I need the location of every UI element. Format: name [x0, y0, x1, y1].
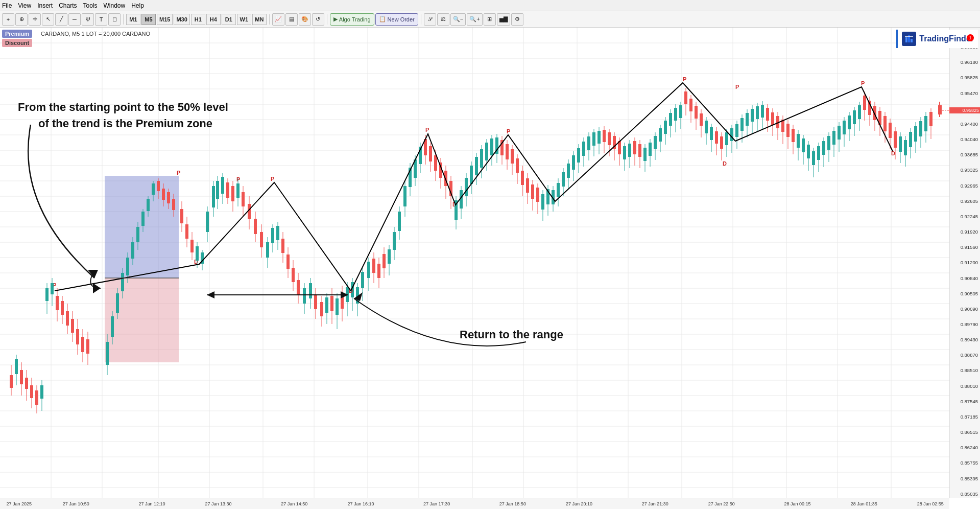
price-15: 0.91200: [951, 260, 979, 265]
separator-1: [123, 14, 124, 25]
menu-help[interactable]: Help: [131, 2, 144, 9]
svg-rect-287: [643, 148, 647, 161]
svg-rect-255: [562, 172, 565, 187]
svg-rect-361: [832, 131, 835, 145]
refresh-btn[interactable]: ↺: [312, 13, 324, 26]
time-7: 27 Jan 18:50: [499, 501, 526, 506]
fib-btn[interactable]: Ψ: [82, 13, 94, 26]
svg-rect-115: [196, 246, 199, 261]
legend-premium[interactable]: Premium: [2, 30, 32, 38]
crosshair-btn[interactable]: ✛: [29, 13, 41, 26]
price-25: 0.87185: [951, 414, 979, 420]
legend-discount[interactable]: Discount: [2, 39, 32, 47]
hline-btn[interactable]: ─: [68, 13, 81, 26]
svg-rect-345: [792, 129, 795, 142]
tf-d1[interactable]: D1: [222, 14, 236, 25]
svg-rect-101: [157, 181, 160, 191]
tf-m15[interactable]: M15: [157, 14, 173, 25]
chart-type-btn[interactable]: ▤: [285, 13, 298, 26]
grid-btn[interactable]: ⊞: [484, 13, 496, 26]
svg-rect-185: [383, 254, 386, 268]
tf-m30[interactable]: M30: [174, 14, 189, 25]
tf-h1[interactable]: H1: [191, 14, 205, 25]
text-btn[interactable]: T: [95, 13, 107, 26]
time-4: 27 Jan 14:50: [281, 501, 307, 506]
svg-rect-303: [684, 91, 687, 104]
svg-rect-153: [297, 280, 300, 294]
logo-icon: [902, 32, 916, 46]
svg-rect-49: [10, 375, 13, 388]
price-11: 0.92605: [951, 198, 979, 204]
chart-title-text: CARDANO, M5 1 LOT = 20,000 CARDANO: [41, 31, 150, 37]
svg-rect-69: [61, 301, 64, 315]
svg-rect-263: [582, 142, 585, 156]
current-price-badge: 0.95825: [949, 107, 980, 113]
svg-rect-159: [314, 295, 317, 309]
price-29: 0.85395: [951, 476, 979, 481]
strategy-btn[interactable]: 𝒮: [424, 13, 436, 26]
svg-rect-321: [730, 128, 733, 141]
svg-rect-105: [167, 192, 170, 203]
price-26: 0.86515: [951, 429, 979, 435]
label-p4: P: [425, 127, 429, 133]
cursor-btn[interactable]: ↖: [42, 13, 54, 26]
zoom-in2-btn[interactable]: 🔍+: [467, 13, 482, 26]
price-18: 0.90090: [951, 306, 979, 312]
svg-rect-79: [86, 339, 89, 354]
tf-mn[interactable]: MN: [252, 14, 267, 25]
svg-rect-87: [121, 273, 124, 291]
zoom-out-btn[interactable]: 🔍−: [450, 13, 466, 26]
svg-rect-177: [361, 272, 364, 288]
toolbar: + ⊕ ✛ ↖ ╱ ─ Ψ T ◻ M1 M5 M15 M30 H1 H4 D1…: [0, 11, 980, 28]
svg-rect-97: [147, 199, 150, 211]
svg-rect-183: [377, 264, 380, 278]
svg-rect-337: [771, 112, 774, 125]
line-tool-btn[interactable]: ╱: [55, 13, 67, 26]
svg-rect-61: [40, 385, 43, 399]
price-24: 0.87545: [951, 399, 979, 404]
time-11: 28 Jan 00:15: [784, 501, 811, 506]
svg-rect-247: [541, 194, 544, 210]
settings-btn[interactable]: ⚙: [511, 13, 523, 26]
svg-rect-111: [185, 224, 188, 239]
menu-file[interactable]: File: [2, 2, 12, 9]
algo-label: Algo Trading: [339, 16, 371, 22]
menu-tools[interactable]: Tools: [83, 2, 98, 9]
chart-scale-btn[interactable]: ⚖: [437, 13, 449, 26]
svg-rect-373: [863, 96, 866, 110]
svg-rect-273: [608, 132, 611, 145]
svg-rect-203: [429, 146, 432, 161]
menu-view[interactable]: View: [18, 2, 31, 9]
menu-insert[interactable]: Insert: [37, 2, 53, 9]
svg-rect-81: [106, 342, 109, 365]
svg-rect-297: [669, 113, 672, 126]
tf-h4[interactable]: H4: [206, 14, 221, 25]
vol-btn[interactable]: ▅▇: [497, 13, 510, 26]
new-chart-btn[interactable]: +: [2, 13, 14, 26]
menu-charts[interactable]: Charts: [59, 2, 77, 9]
svg-rect-123: [216, 181, 219, 199]
svg-rect-271: [603, 130, 606, 142]
svg-rect-309: [700, 113, 703, 126]
time-5: 27 Jan 16:10: [347, 501, 374, 506]
time-9: 27 Jan 21:30: [642, 501, 668, 506]
new-order-btn[interactable]: 📋 New Order: [375, 13, 418, 26]
shapes-btn[interactable]: ◻: [108, 13, 121, 26]
algo-trading-btn[interactable]: ▶ Algo Trading: [330, 13, 374, 26]
color-btn[interactable]: 🎨: [299, 13, 311, 26]
menu-window[interactable]: Window: [104, 2, 126, 9]
time-1: 27 Jan 10:50: [63, 501, 89, 506]
zoom-in-btn[interactable]: ⊕: [15, 13, 28, 26]
svg-rect-359: [827, 136, 830, 150]
svg-rect-363: [838, 126, 841, 140]
tf-w1[interactable]: W1: [237, 14, 251, 25]
label-p5: P: [507, 128, 510, 134]
svg-rect-103: [162, 189, 165, 200]
svg-rect-113: [190, 240, 194, 252]
tf-m1[interactable]: M1: [126, 14, 140, 25]
label-p-box: P: [177, 170, 180, 176]
svg-rect-225: [485, 143, 488, 160]
tf-m5[interactable]: M5: [141, 14, 156, 25]
label-p2: P: [236, 176, 240, 182]
indicators-btn[interactable]: 📈: [272, 13, 284, 26]
